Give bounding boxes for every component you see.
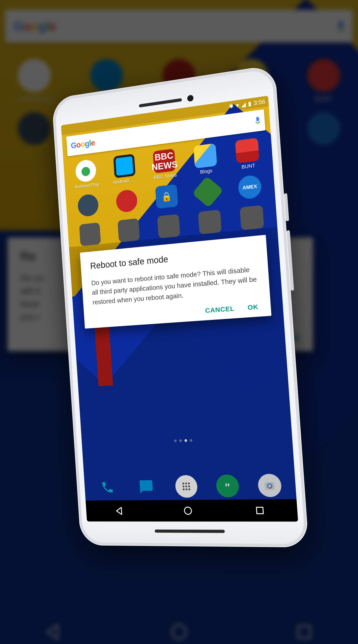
svg-rect-15 xyxy=(256,507,263,514)
app-clock[interactable] xyxy=(69,192,107,220)
app-lock[interactable]: 🔒 xyxy=(147,183,187,211)
home-button[interactable] xyxy=(183,506,193,516)
app-bunt[interactable]: BUNT xyxy=(226,137,269,172)
app-android-pay[interactable]: Android Pay xyxy=(67,158,105,190)
app-blogs[interactable]: Blogs xyxy=(185,142,226,177)
cancel-button[interactable]: CANCEL xyxy=(205,305,235,314)
battery-icon: ▮ xyxy=(248,100,251,108)
ok-button[interactable]: OK xyxy=(247,303,258,312)
app-bbc-news[interactable]: BBCNEWSBBC News xyxy=(145,148,185,182)
bottom-speaker xyxy=(155,530,225,533)
phone-mockup: ✱ ▾ ◢ ▮ 3:56 Google Android Pay Android … xyxy=(52,64,309,548)
app-chilis[interactable] xyxy=(108,188,146,215)
recents-button[interactable] xyxy=(255,505,265,516)
phone-body: ✱ ▾ ◢ ▮ 3:56 Google Android Pay Android … xyxy=(52,64,309,548)
bluetooth-icon: ✱ xyxy=(229,102,234,110)
app-feedly[interactable] xyxy=(187,178,228,206)
earpiece xyxy=(139,98,182,108)
back-button[interactable] xyxy=(115,506,124,516)
google-logo: Google xyxy=(71,138,95,150)
front-camera xyxy=(187,94,194,102)
wifi-icon: ▾ xyxy=(236,102,239,109)
dialog-body: Do you want to reboot into safe mode? Th… xyxy=(91,264,259,307)
navigation-bar xyxy=(86,499,298,522)
cell-signal-icon: ◢ xyxy=(241,100,246,108)
app-amex[interactable]: AMEX xyxy=(229,173,271,202)
voice-search-icon[interactable] xyxy=(255,116,260,125)
phone-screen: ✱ ▾ ◢ ▮ 3:56 Google Android Pay Android … xyxy=(61,96,298,522)
svg-point-14 xyxy=(184,507,192,514)
clock-text: 3:56 xyxy=(253,98,265,107)
app-android-wear[interactable]: Android We… xyxy=(105,153,144,186)
